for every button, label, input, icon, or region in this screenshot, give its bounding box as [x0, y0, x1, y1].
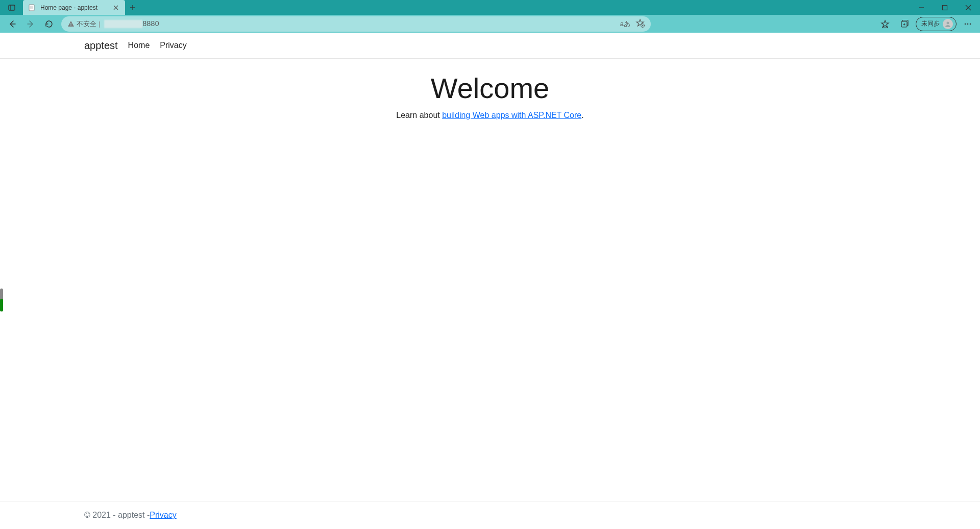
page-footer: © 2021 - apptest - Privacy — [0, 501, 980, 529]
svg-rect-17 — [70, 25, 71, 26]
tab-actions-icon — [8, 4, 16, 12]
browser-toolbar: 不安全 | 8880 aあ — [0, 15, 980, 33]
tab-actions-button[interactable] — [0, 0, 23, 15]
arrow-left-icon — [8, 19, 17, 29]
refresh-icon — [44, 19, 54, 29]
lead-prefix: Learn about — [396, 111, 442, 119]
svg-point-27 — [967, 23, 969, 25]
person-icon — [944, 20, 951, 28]
footer-copyright: © 2021 - apptest - — [84, 511, 150, 520]
plus-icon — [130, 5, 136, 11]
more-button[interactable] — [960, 16, 976, 32]
security-label: 不安全 — [77, 19, 96, 29]
url-port: 8880 — [142, 19, 159, 28]
collections-button[interactable] — [896, 16, 913, 32]
titlebar-left: Home page - apptest — [0, 0, 140, 15]
collections-icon — [900, 19, 909, 29]
back-button[interactable] — [4, 16, 20, 32]
tab-favicon — [28, 4, 36, 12]
arrow-right-icon — [26, 19, 35, 29]
svg-point-25 — [947, 21, 949, 24]
address-bar[interactable]: 不安全 | 8880 aあ — [61, 16, 651, 32]
forward-button[interactable] — [22, 16, 39, 32]
star-add-icon — [635, 18, 645, 28]
profile-button[interactable]: 未同步 — [916, 17, 957, 31]
security-badge[interactable]: 不安全 | — [67, 19, 100, 29]
star-line-icon — [880, 19, 890, 29]
tab-close-button[interactable] — [112, 4, 120, 12]
svg-rect-0 — [9, 5, 15, 10]
address-bar-right: aあ — [620, 18, 645, 30]
welcome-subtext: Learn about building Web apps with ASP.N… — [0, 111, 980, 120]
browser-tab[interactable]: Home page - apptest — [23, 0, 125, 15]
window-controls — [910, 0, 980, 15]
avatar — [943, 19, 953, 29]
minimize-button[interactable] — [910, 0, 933, 15]
translate-button[interactable]: aあ — [620, 19, 630, 29]
close-window-button[interactable] — [957, 0, 980, 15]
edge-indicator-green — [0, 299, 3, 311]
maximize-icon — [942, 5, 948, 11]
toolbar-right: 未同步 — [877, 16, 976, 32]
nav-link-privacy[interactable]: Privacy — [160, 41, 186, 50]
warning-icon — [67, 20, 75, 28]
page-content: apptest Home Privacy Welcome Learn about… — [0, 33, 980, 529]
lead-suffix: . — [581, 111, 583, 119]
svg-point-26 — [965, 23, 966, 25]
url-host-blurred — [104, 20, 142, 28]
profile-label: 未同步 — [921, 19, 940, 28]
more-horizontal-icon — [963, 19, 972, 29]
url-display: 8880 — [104, 19, 159, 28]
favorites-button[interactable] — [877, 16, 893, 32]
welcome-heading: Welcome — [0, 71, 980, 105]
favorite-star-button[interactable] — [635, 18, 645, 30]
nav-link-home[interactable]: Home — [128, 41, 150, 50]
page-navbar: apptest Home Privacy — [0, 33, 980, 59]
maximize-button[interactable] — [933, 0, 957, 15]
svg-rect-2 — [29, 5, 34, 11]
minimize-icon — [918, 5, 924, 11]
footer-privacy-link[interactable]: Privacy — [150, 511, 176, 520]
new-tab-button[interactable] — [125, 0, 140, 15]
svg-point-28 — [970, 23, 971, 25]
svg-rect-11 — [943, 5, 947, 10]
brand-link[interactable]: apptest — [84, 40, 118, 52]
tab-title: Home page - apptest — [40, 4, 108, 11]
close-icon — [965, 5, 971, 11]
close-icon — [113, 5, 118, 10]
refresh-button[interactable] — [41, 16, 57, 32]
lead-link[interactable]: building Web apps with ASP.NET Core — [442, 111, 581, 119]
browser-titlebar: Home page - apptest — [0, 0, 980, 15]
page-main: Welcome Learn about building Web apps wi… — [0, 59, 980, 501]
svg-rect-16 — [70, 23, 71, 25]
